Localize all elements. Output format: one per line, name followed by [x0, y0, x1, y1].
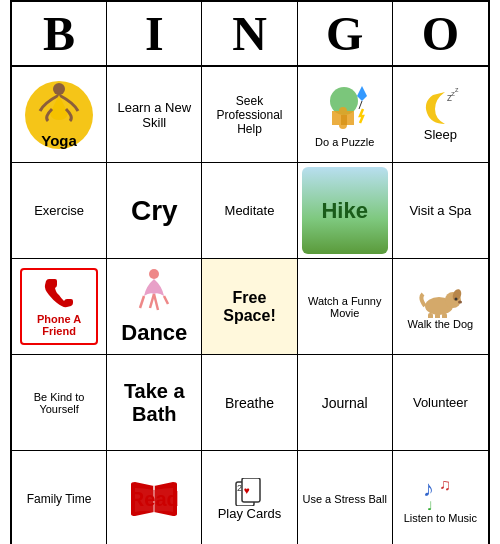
cell-label: Use a Stress Ball [303, 493, 387, 505]
cell-phone-friend[interactable]: Phone A Friend [12, 259, 107, 355]
cell-label: Seek Professional Help [206, 94, 292, 136]
dance-icon [136, 268, 172, 320]
svg-point-16 [458, 300, 462, 303]
cell-label: Breathe [225, 395, 274, 411]
svg-text:♪: ♪ [423, 476, 434, 501]
cards-icon: ♥ 2 [234, 478, 264, 506]
cell-label: Sleep [424, 127, 457, 142]
header-B: B [12, 2, 107, 65]
cell-breathe[interactable]: Breathe [202, 355, 297, 451]
cell-visit-spa[interactable]: Visit a Spa [393, 163, 488, 259]
cell-label: Learn a New Skill [111, 100, 197, 130]
svg-text:♫: ♫ [439, 476, 451, 493]
cell-sleep[interactable]: z z z Sleep [393, 67, 488, 163]
svg-text:♥: ♥ [244, 485, 250, 496]
cell-label: Family Time [27, 492, 92, 506]
header-I: I [107, 2, 202, 65]
cell-meditate[interactable]: Meditate [202, 163, 297, 259]
header-O: O [393, 2, 488, 65]
cell-label: Phone A Friend [24, 313, 94, 337]
cell-puzzle[interactable]: Do a Puzzle [298, 67, 393, 163]
bingo-header: B I N G O [12, 2, 488, 67]
cell-read[interactable]: Read [107, 451, 202, 544]
cell-label: Take a Bath [111, 380, 197, 426]
cell-play-cards[interactable]: ♥ 2 Play Cards [202, 451, 297, 544]
cell-label: Free Space! [206, 289, 292, 325]
svg-line-8 [140, 296, 144, 308]
yoga-label: Yoga [41, 132, 77, 149]
cell-label: Read [130, 488, 179, 511]
cell-label: Watch a Funny Movie [302, 295, 388, 319]
svg-text:2: 2 [237, 483, 242, 493]
svg-point-15 [455, 297, 458, 300]
svg-text:♩: ♩ [427, 499, 433, 512]
cell-exercise[interactable]: Exercise [12, 163, 107, 259]
cell-hike[interactable]: Hike [298, 163, 393, 259]
cell-music[interactable]: ♪ ♫ ♩ Listen to Music [393, 451, 488, 544]
cell-label: Meditate [225, 203, 275, 218]
svg-point-7 [149, 269, 159, 279]
cell-cry[interactable]: Cry [107, 163, 202, 259]
svg-text:z: z [455, 87, 459, 93]
cell-family-time[interactable]: Family Time [12, 451, 107, 544]
dog-icon [417, 284, 463, 318]
cell-dance[interactable]: Dance [107, 259, 202, 355]
header-G: G [298, 2, 393, 65]
cell-be-kind[interactable]: Be Kind to Yourself [12, 355, 107, 451]
bingo-grid: Yoga Learn a New Skill Seek Professional… [12, 67, 488, 544]
cell-label: Hike [321, 198, 367, 224]
cell-label: Dance [121, 320, 187, 346]
cell-label: Do a Puzzle [315, 136, 374, 148]
cell-watch-movie[interactable]: Watch a Funny Movie [298, 259, 393, 355]
cell-label: Visit a Spa [409, 203, 471, 218]
phone-icon [41, 275, 77, 311]
svg-point-0 [53, 83, 65, 95]
yoga-icon [34, 81, 84, 136]
cell-label: Volunteer [413, 395, 468, 410]
cell-label: Journal [322, 395, 368, 411]
cell-take-bath[interactable]: Take a Bath [107, 355, 202, 451]
cell-learn-new-skill[interactable]: Learn a New Skill [107, 67, 202, 163]
puzzle-icon [317, 81, 372, 136]
svg-line-11 [154, 294, 158, 310]
cell-label: Walk the Dog [408, 318, 474, 330]
cell-yoga[interactable]: Yoga [12, 67, 107, 163]
cell-label: Play Cards [218, 506, 282, 521]
sleep-icon: z z z [415, 87, 465, 127]
header-N: N [202, 2, 297, 65]
cell-label: Be Kind to Yourself [16, 391, 102, 415]
cell-label: Exercise [34, 203, 84, 218]
svg-line-3 [359, 101, 362, 109]
cell-seek-help[interactable]: Seek Professional Help [202, 67, 297, 163]
cell-volunteer[interactable]: Volunteer [393, 355, 488, 451]
cell-stress-ball[interactable]: Use a Stress Ball [298, 451, 393, 544]
cell-free-space[interactable]: Free Space! [202, 259, 297, 355]
cell-label: Cry [131, 195, 178, 227]
cell-label: Listen to Music [404, 512, 477, 524]
music-icon: ♪ ♫ ♩ [421, 474, 459, 512]
cell-journal[interactable]: Journal [298, 355, 393, 451]
cell-walk-dog[interactable]: Walk the Dog [393, 259, 488, 355]
bingo-card: B I N G O Yoga [10, 0, 490, 544]
svg-line-9 [164, 296, 168, 304]
